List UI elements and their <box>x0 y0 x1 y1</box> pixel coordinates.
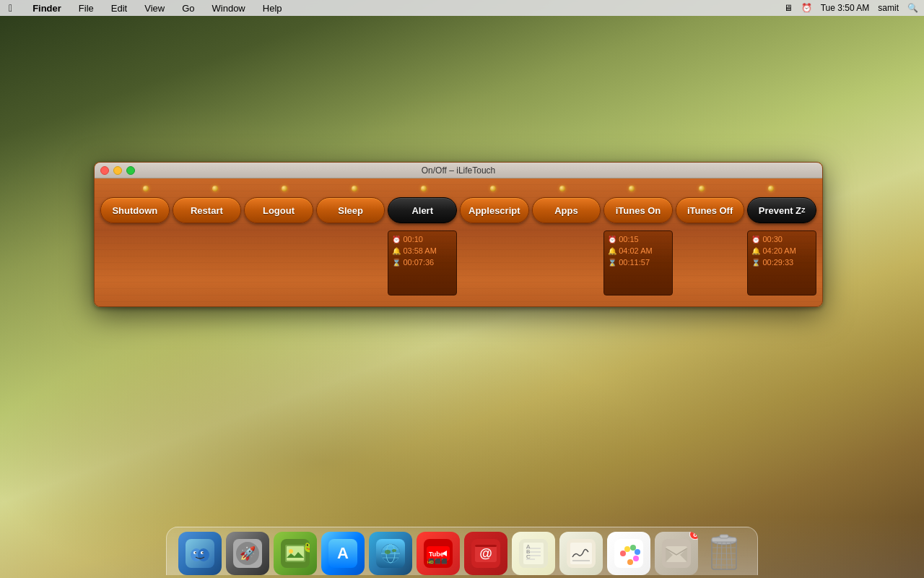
app-window: On/Off – iLifeTouch Shutdown Restart Log… <box>94 162 823 307</box>
timer-panel-alert: ⏰ 00:10 🔔 03:58 AM ⌛ 00:07:36 <box>388 230 457 296</box>
menubar-finder[interactable]: Finder <box>30 1 64 15</box>
hourglass-icon-itunes-on: ⌛ <box>608 259 616 267</box>
svg-text:🐸: 🐸 <box>304 541 310 553</box>
hourglass-icon-alert: ⌛ <box>392 259 401 267</box>
timer-prevent-row-2: 🔔 04:20 AM <box>750 246 814 256</box>
timer-panels-row: ⏰ 00:10 🔔 03:58 AM ⌛ 00:07:36 ⏰ <box>100 230 816 296</box>
light-dot-5 <box>421 186 427 191</box>
timer-itunes-on-time: 04:02 AM <box>619 246 652 255</box>
svg-point-23 <box>385 550 391 554</box>
buttons-row: Shutdown Restart Logout Sleep Alert Appl… <box>100 197 816 223</box>
dock-icon-notes[interactable]: A B C <box>512 532 555 575</box>
alarm-icon-prevent: ⏰ <box>751 236 760 243</box>
menubar-go[interactable]: Go <box>179 1 197 15</box>
window-maximize-button[interactable] <box>126 166 135 175</box>
restart-button[interactable]: Restart <box>173 197 242 223</box>
dock: 🚀 🐸 <box>0 517 924 578</box>
dock-icon-email[interactable]: @ <box>464 532 507 575</box>
timer-panel-applescript <box>460 230 529 296</box>
menubar:  Finder File Edit View Go Window Help 🖥… <box>0 0 924 16</box>
timer-panel-restart <box>173 230 242 296</box>
menubar-right: 🖥 ⏰ Tue 3:50 AM samit 🔍 <box>784 3 918 13</box>
timer-panel-logout <box>244 230 313 296</box>
svg-rect-12 <box>287 546 304 561</box>
alert-button[interactable]: Alert <box>388 197 457 223</box>
timer-panel-apps <box>532 230 601 296</box>
timer-itunesson-row-2: 🔔 04:02 AM <box>606 246 670 256</box>
dock-icon-sign[interactable] <box>559 532 603 575</box>
timer-itunes-on-elapsed: 00:11:57 <box>619 258 650 267</box>
dock-icon-youtube[interactable]: Tube ⬛⬛⬛ HD <box>417 532 460 575</box>
shutdown-button[interactable]: Shutdown <box>100 197 170 223</box>
svg-text:C: C <box>526 553 531 560</box>
search-icon[interactable]: 🔍 <box>907 3 918 13</box>
apps-button[interactable]: Apps <box>532 197 601 223</box>
dock-icon-mail[interactable]: 8 <box>655 532 698 575</box>
itunes-on-button[interactable]: iTunes On <box>603 197 673 223</box>
svg-point-49 <box>624 546 630 552</box>
light-dot-2 <box>212 186 218 191</box>
alarm-icon-itunes-on: ⏰ <box>608 236 616 243</box>
svg-line-60 <box>716 542 718 568</box>
timer-itunes-on-countdown: 00:15 <box>619 235 639 243</box>
dock-icon-finder[interactable] <box>178 532 222 575</box>
timer-prevent-row-1: ⏰ 00:30 <box>750 234 814 244</box>
sleep-button[interactable]: Sleep <box>316 197 385 223</box>
window-close-button[interactable] <box>100 166 109 175</box>
timer-panel-prevent-sleep: ⏰ 00:30 🔔 04:20 AM ⌛ 00:29:33 <box>747 230 816 296</box>
dock-icon-appstore[interactable]: A <box>321 532 365 575</box>
svg-point-52 <box>633 556 639 561</box>
light-dot-7 <box>559 186 565 191</box>
svg-text:@: @ <box>479 546 492 561</box>
svg-text:🚀: 🚀 <box>240 545 256 561</box>
timer-prevent-countdown: 00:30 <box>762 235 783 243</box>
menubar-view[interactable]: View <box>141 1 167 15</box>
timer-itunesson-row-1: ⏰ 00:15 <box>606 234 670 244</box>
window-titlebar: On/Off – iLifeTouch <box>95 163 822 178</box>
timer-itunesson-row-3: ⌛ 00:11:57 <box>606 257 670 267</box>
svg-point-6 <box>202 552 204 553</box>
dock-icon-rocket[interactable]: 🚀 <box>226 532 269 575</box>
dock-shelf: 🚀 🐸 <box>166 527 758 575</box>
window-title: On/Off – iLifeTouch <box>422 165 496 176</box>
light-dot-8 <box>629 186 635 191</box>
svg-rect-69 <box>720 535 728 538</box>
timer-panel-itunes-off <box>676 230 745 296</box>
menubar-username: samit <box>878 3 899 13</box>
dock-icon-globe[interactable] <box>369 532 412 575</box>
menubar-edit[interactable]: Edit <box>108 1 130 15</box>
dock-icon-photos[interactable]: 🐸 <box>274 532 317 575</box>
svg-point-53 <box>627 559 633 565</box>
svg-point-48 <box>620 551 626 556</box>
timer-prevent-elapsed: 00:29:33 <box>762 258 793 267</box>
menubar-window[interactable]: Window <box>209 1 248 15</box>
svg-text:HD: HD <box>427 560 434 564</box>
dock-icon-trash[interactable] <box>702 532 746 575</box>
timer-prevent-row-3: ⌛ 00:29:33 <box>750 257 814 267</box>
timer-panel-sleep <box>316 230 385 296</box>
menubar-datetime: Tue 3:50 AM <box>821 3 870 13</box>
dock-icon-crayon[interactable] <box>607 532 650 575</box>
time-machine-icon[interactable]: ⏰ <box>801 3 812 13</box>
light-dot-1 <box>143 186 149 191</box>
timer-panel-shutdown <box>100 230 170 296</box>
light-dot-4 <box>352 186 357 191</box>
menubar-help[interactable]: Help <box>260 1 285 15</box>
bell-icon-itunes-on: 🔔 <box>608 247 616 255</box>
apple-menu[interactable]:  <box>6 1 15 15</box>
timer-prevent-time: 04:20 AM <box>762 246 796 255</box>
timer-panel-itunes-on: ⏰ 00:15 🔔 04:02 AM ⌛ 00:11:57 <box>603 230 673 296</box>
prevent-sleep-button[interactable]: Prevent ZZ <box>747 197 816 223</box>
bell-icon-prevent: 🔔 <box>751 247 760 255</box>
light-dot-9 <box>699 186 705 191</box>
applescript-button[interactable]: Applescript <box>460 197 529 223</box>
menubar-file[interactable]: File <box>76 1 97 15</box>
light-dot-10 <box>768 186 774 191</box>
display-icon[interactable]: 🖥 <box>784 3 793 13</box>
svg-point-13 <box>289 549 293 553</box>
bell-icon-alert: 🔔 <box>392 247 401 255</box>
svg-point-50 <box>630 545 636 551</box>
itunes-off-button[interactable]: iTunes Off <box>676 197 745 223</box>
window-minimize-button[interactable] <box>113 166 122 175</box>
logout-button[interactable]: Logout <box>244 197 313 223</box>
